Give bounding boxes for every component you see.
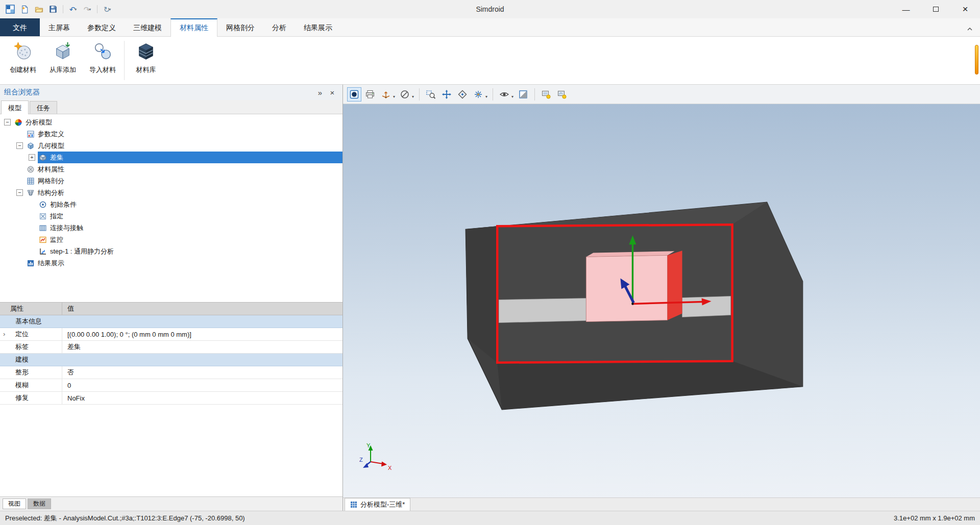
snap-dropdown-icon[interactable]: ▾ [485, 94, 487, 99]
new-file-button[interactable] [18, 3, 31, 15]
toolbar-separator [534, 88, 535, 101]
property-value[interactable]: 否 [62, 366, 342, 379]
property-row-position[interactable]: › 定位 [(0.00 0.00 1.00); 0 °; (0 mm 0 mm … [0, 328, 342, 341]
tree-item-material-properties[interactable]: 材料属性 [0, 163, 342, 175]
status-dimensions-text: 3.1e+02 mm x 1.9e+02 mm [894, 514, 975, 522]
property-row-fuzzy[interactable]: 模糊 0 [0, 379, 342, 392]
material-library-icon [136, 41, 156, 63]
viewport-tab-3d[interactable]: 分析模型-三维* [345, 498, 410, 511]
tab-task[interactable]: 任务 [30, 101, 57, 114]
triad-z-label: Z [359, 457, 363, 463]
tree-item-meshing[interactable]: 网格剖分 [0, 175, 342, 187]
tree-item-label: 几何模型 [38, 141, 64, 151]
property-value[interactable]: NoFix [62, 392, 342, 404]
tree-item-geometry-model[interactable]: − 几何模型 [0, 140, 342, 152]
tree-item-cut[interactable]: + 差集 [0, 152, 342, 163]
toolbar-separator [63, 5, 63, 13]
clip-dropdown-icon[interactable]: ▾ [412, 94, 414, 99]
visibility-eye-button[interactable] [497, 87, 511, 102]
viewport-canvas[interactable]: Y X Z [343, 104, 980, 497]
property-value[interactable]: [(0.00 0.00 1.00); 0 °; (0 mm 0 mm 0 mm)… [62, 328, 342, 340]
open-file-button[interactable] [33, 3, 45, 15]
mesh-icon [27, 177, 35, 185]
property-label: 模糊 [0, 379, 62, 391]
structural-analysis-icon [27, 189, 35, 197]
expander-icon[interactable]: − [4, 119, 11, 126]
pan-button[interactable] [439, 87, 454, 102]
tree-item-parameters[interactable]: 参数定义 [0, 128, 342, 140]
visibility-dropdown-icon[interactable]: ▾ [511, 94, 513, 99]
pin-panel-icon[interactable]: » [314, 88, 326, 97]
refresh-button[interactable]: ↻▾ [101, 3, 113, 15]
triad-y-label: Y [366, 442, 371, 448]
redo-button[interactable]: ↷▾ [81, 3, 93, 15]
zoom-window-button[interactable] [424, 87, 438, 102]
add-from-library-icon [53, 41, 73, 63]
tab-view[interactable]: 视图 [3, 498, 26, 509]
display-light-button-1[interactable] [539, 87, 553, 102]
import-material-button[interactable]: 导入材料 [83, 37, 122, 84]
redo-dropdown-icon: ▾ [89, 7, 91, 12]
manipulator-origin [631, 303, 633, 305]
shade-mode-button[interactable] [516, 87, 530, 102]
ribbon-separator [124, 41, 125, 80]
tab-file[interactable]: 文件 [0, 18, 40, 36]
property-label: 修复 [0, 392, 62, 404]
save-button[interactable] [47, 3, 59, 15]
property-value[interactable]: 0 [62, 379, 342, 391]
tab-analysis[interactable]: 分析 [263, 18, 295, 36]
tab-home[interactable]: 主屏幕 [40, 18, 79, 36]
tree-item-contact[interactable]: 连接与接触 [0, 222, 342, 234]
ribbon-scrollbar-thumb[interactable] [975, 45, 978, 74]
tree-item-results[interactable]: 结果展示 [0, 257, 342, 269]
tab-results[interactable]: 结果展示 [295, 18, 341, 36]
clip-plane-button[interactable] [398, 87, 412, 102]
viewport-toolbar: ▾ ▾ ▾ ▾ [343, 85, 980, 104]
undo-button[interactable]: ↶▾ [67, 3, 79, 15]
add-from-library-button[interactable]: 从库添加 [43, 37, 83, 84]
property-section-basic-info: 基本信息 [0, 315, 342, 328]
tab-material-properties[interactable]: 材料属性 [170, 18, 217, 37]
tree-item-label: 监控 [50, 235, 63, 244]
property-value[interactable]: 差集 [62, 341, 342, 353]
collapse-ribbon-icon[interactable] [967, 25, 973, 33]
create-material-button[interactable]: 创建材料 [3, 37, 43, 84]
tab-parameters[interactable]: 参数定义 [79, 18, 125, 36]
tree-item-label: 分析模型 [26, 118, 52, 127]
record-view-button[interactable] [347, 87, 361, 102]
import-material-icon [92, 41, 113, 63]
material-library-button[interactable]: 材料库 [126, 37, 166, 84]
row-expand-chevron-icon[interactable]: › [3, 330, 5, 338]
app-window: ↶▾ ↷▾ ↻▾ Simdroid — × 文件 主屏幕 参数定义 三维建模 材… [0, 0, 980, 525]
tab-data[interactable]: 数据 [28, 498, 51, 509]
browser-tab-bar: 模型 任务 [0, 100, 342, 114]
tree-item-assign[interactable]: 指定 [0, 210, 342, 222]
tab-meshing[interactable]: 网格剖分 [217, 18, 263, 36]
property-row-repair[interactable]: 修复 NoFix [0, 392, 342, 405]
print-button[interactable] [363, 87, 377, 102]
viewport-tab-label: 分析模型-三维* [360, 500, 405, 509]
tab-3d-modeling[interactable]: 三维建模 [125, 18, 170, 36]
maximize-button[interactable] [921, 0, 950, 18]
minimize-button[interactable]: — [891, 0, 921, 18]
property-row-shaping[interactable]: 整形 否 [0, 366, 342, 379]
material-properties-icon [27, 165, 35, 173]
tab-model[interactable]: 模型 [1, 101, 29, 114]
tree-item-analysis-model[interactable]: − 分析模型 [0, 116, 342, 128]
expander-icon[interactable]: − [16, 189, 23, 196]
expander-icon[interactable]: − [16, 142, 23, 149]
expander-icon[interactable]: + [29, 154, 35, 161]
tree-item-monitor[interactable]: 监控 [0, 234, 342, 245]
snap-button[interactable] [471, 87, 485, 102]
property-row-tag[interactable]: 标签 差集 [0, 341, 342, 354]
pivot-axis-button[interactable] [379, 87, 393, 102]
tree-item-initial-conditions[interactable]: 初始条件 [0, 198, 342, 210]
fit-view-button[interactable] [455, 87, 470, 102]
pivot-dropdown-icon[interactable]: ▾ [393, 94, 395, 99]
close-panel-icon[interactable]: × [326, 88, 338, 97]
close-button[interactable]: × [950, 0, 980, 18]
tree-item-structural-analysis[interactable]: − 结构分析 [0, 187, 342, 198]
ribbon-button-label: 从库添加 [50, 65, 76, 74]
tree-item-step-1[interactable]: step-1 : 通用静力分析 [0, 245, 342, 257]
display-light-button-2[interactable] [555, 87, 569, 102]
